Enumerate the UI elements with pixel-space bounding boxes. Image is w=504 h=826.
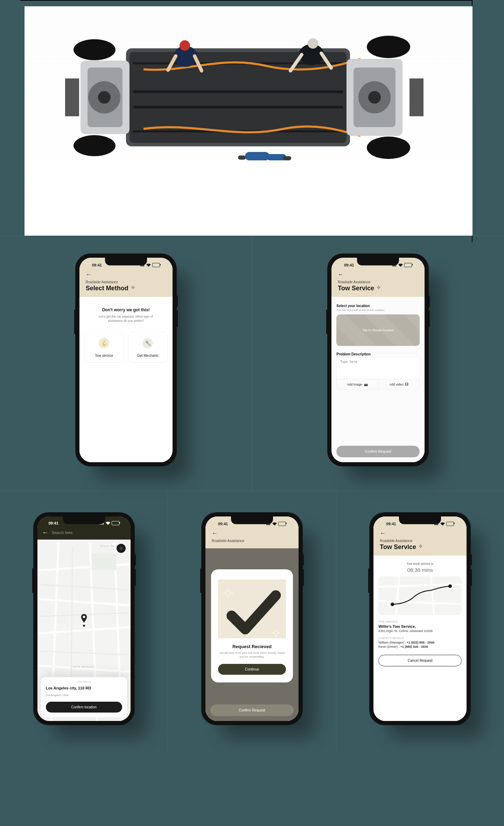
header-eyebrow: Roadside Assistance xyxy=(212,539,292,543)
status-time: 09:41 xyxy=(344,263,354,267)
tow-hook-icon: 🪝 xyxy=(99,338,109,348)
svg-rect-26 xyxy=(283,156,291,160)
add-image-label: Add Image xyxy=(347,383,362,386)
confirm-location-label: Confirm location xyxy=(71,705,97,709)
success-modal: Request Recieved You will hear from your… xyxy=(211,569,293,682)
map-label-top: Bronx Park xyxy=(100,544,118,548)
header-title: Tow Service xyxy=(338,285,374,292)
phone-mock-tow-eta: 09:41 ← Roadside Assistance Tow Service xyxy=(369,512,471,725)
svg-point-10 xyxy=(74,39,115,60)
continue-button[interactable]: Continue xyxy=(218,664,286,675)
header-eyebrow: Roadside Assistance xyxy=(380,539,460,543)
confirm-request-label-bg: Confirm Request xyxy=(239,708,265,712)
video-icon: 🎞 xyxy=(405,383,408,386)
svg-rect-18 xyxy=(65,78,79,116)
svg-rect-19 xyxy=(410,78,424,116)
hero-image xyxy=(24,6,472,236)
svg-point-16 xyxy=(367,36,410,58)
phone-mock-tow-form: 09:41 ← Roadside Assistance Tow Service xyxy=(327,254,429,466)
back-button[interactable]: ← xyxy=(380,530,386,537)
add-video-button[interactable]: Add video 🎞 xyxy=(378,380,420,389)
map-pin-icon xyxy=(80,614,88,623)
option-get-mechanic[interactable]: 🔧 Get Mechanic xyxy=(128,332,168,363)
status-time: 09:41 xyxy=(386,522,396,526)
camera-icon: 📷 xyxy=(364,383,368,386)
problem-label: Problem Description xyxy=(336,352,420,356)
svg-point-33 xyxy=(391,603,394,606)
svg-point-15 xyxy=(368,91,381,104)
tow-service-eyebrow: TOW SERVICE xyxy=(378,620,462,623)
success-illustration xyxy=(218,579,286,639)
svg-point-23 xyxy=(308,38,318,49)
header-title: Select Method xyxy=(86,285,128,292)
wrench-icon: 🔧 xyxy=(142,338,153,348)
sparkle-icon xyxy=(376,285,381,292)
locate-me-button[interactable] xyxy=(117,544,126,553)
option-tow-label: Tow service xyxy=(95,354,113,358)
svg-rect-29 xyxy=(92,553,116,570)
cancel-request-label: Cancel Request xyxy=(408,659,433,662)
svg-point-11 xyxy=(74,135,115,156)
arrives-label: Tow truck arrives in xyxy=(378,562,462,565)
svg-point-9 xyxy=(98,91,111,104)
contact-manager: William (Manager) : +1 (822) 855 - 2000 xyxy=(378,641,462,644)
location-card: Los Angeles city, 110 RD Los Angeles, US… xyxy=(41,677,127,717)
svg-point-21 xyxy=(180,40,190,51)
back-button[interactable]: ← xyxy=(42,529,48,536)
svg-rect-24 xyxy=(245,152,270,160)
phone-mock-request-received: 09:41 ← Roadside Assistance xyxy=(201,512,303,725)
arrives-time: 08:36 mins xyxy=(378,567,462,573)
phone-mock-select-method: 09:41 ← Roadside Assistance Select Metho… xyxy=(75,254,177,466)
hero-section xyxy=(24,0,481,236)
headline: Don't worry we got this! xyxy=(84,307,168,312)
service-name: Willie's Tow Service, xyxy=(378,624,462,629)
confirm-location-button[interactable]: Confirm location xyxy=(46,702,122,713)
location-hint: The tow truck will arrive at this locati… xyxy=(336,308,420,312)
status-time: 09:41 xyxy=(92,263,102,267)
location-label: Select your location xyxy=(336,304,420,308)
svg-point-34 xyxy=(448,584,452,588)
svg-rect-27 xyxy=(238,155,246,160)
sparkle-icon xyxy=(131,285,135,292)
add-video-label: Add video xyxy=(389,383,403,386)
header-title: Tow Service xyxy=(380,543,416,551)
tap-choose-location[interactable]: Tap to choose location xyxy=(336,314,420,346)
cancel-request-button[interactable]: Cancel Request xyxy=(378,655,462,666)
problem-input[interactable] xyxy=(337,357,419,378)
sparkle-icon xyxy=(418,543,423,551)
confirm-request-label: Confirm Request xyxy=(365,450,391,453)
subtext: Let's get the car repaired, What type of… xyxy=(96,314,156,323)
location-region: Los Angeles, USA xyxy=(46,694,68,697)
status-time: 09:41 xyxy=(49,521,58,525)
modal-subtext: You will hear from your tow truck driver… xyxy=(219,651,285,659)
svg-point-31 xyxy=(83,616,85,618)
contact-driver: Kevin (Driver) : +1 (886) 545 - 2600 xyxy=(378,645,462,648)
back-button[interactable]: ← xyxy=(212,530,218,537)
search-input[interactable]: Search here xyxy=(52,530,73,535)
service-address: 6391 Elgin St. Celina, Delaware 10299 xyxy=(378,629,462,633)
header-eyebrow: Roadside Assistance xyxy=(338,280,418,284)
option-tow-service[interactable]: 🪝 Tow service xyxy=(84,332,124,363)
svg-point-30 xyxy=(120,547,122,549)
svg-rect-1 xyxy=(130,52,346,143)
confirm-request-button-bg: Confirm Request xyxy=(210,704,294,716)
back-button[interactable]: ← xyxy=(86,271,92,278)
contact-eyebrow: CONTACT DETAILS xyxy=(378,637,462,639)
svg-point-17 xyxy=(367,137,410,159)
svg-rect-4 xyxy=(133,90,343,93)
back-button[interactable]: ← xyxy=(338,271,344,278)
status-time: 09:41 xyxy=(218,522,228,526)
location-city: Los Angeles city, 110 RD xyxy=(46,686,122,690)
header-eyebrow: Roadside Assistance xyxy=(86,280,166,284)
modal-title: Request Recieved xyxy=(232,644,272,649)
route-map[interactable] xyxy=(378,576,462,615)
option-mech-label: Get Mechanic xyxy=(137,354,159,358)
confirm-request-button[interactable]: Confirm Request xyxy=(336,446,420,457)
continue-label: Continue xyxy=(245,667,259,671)
phone-mock-map-select: 09:41 ← Search here xyxy=(33,512,135,725)
add-image-button[interactable]: Add Image 📷 xyxy=(337,380,378,389)
tap-choose-location-text: Tap to choose location xyxy=(362,328,394,332)
svg-rect-5 xyxy=(133,106,343,109)
map-label-bottom: NEW MARKET xyxy=(73,665,95,668)
